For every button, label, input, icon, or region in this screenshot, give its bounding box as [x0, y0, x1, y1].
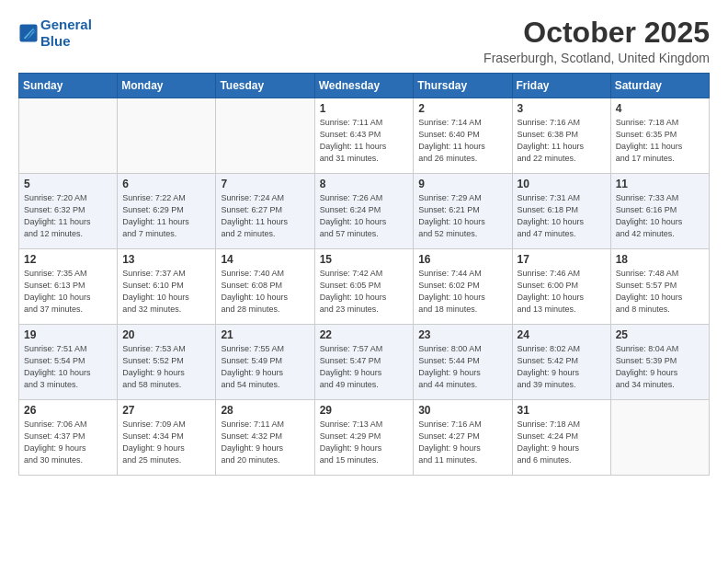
day-number: 10: [518, 178, 606, 190]
logo: General Blue: [18, 17, 92, 50]
day-number: 20: [122, 328, 210, 341]
calendar-cell: 7Sunrise: 7:24 AM Sunset: 6:27 PM Daylig…: [216, 174, 314, 249]
day-info: Sunrise: 7:18 AM Sunset: 4:24 PM Dayligh…: [518, 419, 606, 466]
weekday-header-thursday: Thursday: [414, 74, 512, 98]
location: Fraserburgh, Scotland, United Kingdom: [483, 51, 710, 65]
day-number: 8: [320, 178, 409, 190]
calendar-cell: 5Sunrise: 7:20 AM Sunset: 6:32 PM Daylig…: [19, 174, 118, 249]
day-number: 26: [24, 404, 112, 417]
day-info: Sunrise: 7:46 AM Sunset: 6:00 PM Dayligh…: [518, 268, 606, 316]
calendar-cell: 4Sunrise: 7:18 AM Sunset: 6:35 PM Daylig…: [610, 98, 709, 174]
day-info: Sunrise: 7:06 AM Sunset: 4:37 PM Dayligh…: [24, 419, 112, 466]
day-info: Sunrise: 7:16 AM Sunset: 6:38 PM Dayligh…: [518, 117, 606, 165]
day-info: Sunrise: 7:29 AM Sunset: 6:21 PM Dayligh…: [418, 192, 506, 240]
day-number: 22: [320, 328, 409, 341]
calendar-week-row: 1Sunrise: 7:11 AM Sunset: 6:43 PM Daylig…: [19, 98, 710, 174]
day-number: 18: [616, 253, 704, 266]
day-number: 27: [122, 404, 210, 417]
calendar-cell: 20Sunrise: 7:53 AM Sunset: 5:52 PM Dayli…: [118, 325, 216, 400]
calendar-cell: 13Sunrise: 7:37 AM Sunset: 6:10 PM Dayli…: [118, 249, 216, 325]
day-number: 7: [221, 178, 309, 190]
day-info: Sunrise: 7:57 AM Sunset: 5:47 PM Dayligh…: [320, 343, 409, 391]
weekday-header-friday: Friday: [512, 74, 610, 98]
day-info: Sunrise: 7:22 AM Sunset: 6:29 PM Dayligh…: [122, 192, 210, 240]
day-info: Sunrise: 7:14 AM Sunset: 6:40 PM Dayligh…: [418, 117, 506, 165]
calendar-cell: 28Sunrise: 7:11 AM Sunset: 4:32 PM Dayli…: [216, 400, 314, 476]
day-number: 6: [122, 178, 210, 190]
calendar-cell: 23Sunrise: 8:00 AM Sunset: 5:44 PM Dayli…: [414, 325, 512, 400]
day-info: Sunrise: 8:04 AM Sunset: 5:39 PM Dayligh…: [616, 343, 704, 391]
calendar-cell: 6Sunrise: 7:22 AM Sunset: 6:29 PM Daylig…: [118, 174, 216, 249]
calendar-cell: 15Sunrise: 7:42 AM Sunset: 6:05 PM Dayli…: [314, 249, 414, 325]
day-info: Sunrise: 7:35 AM Sunset: 6:13 PM Dayligh…: [24, 268, 112, 316]
day-number: 21: [221, 328, 309, 341]
day-info: Sunrise: 7:13 AM Sunset: 4:29 PM Dayligh…: [320, 419, 409, 466]
day-info: Sunrise: 7:11 AM Sunset: 4:32 PM Dayligh…: [221, 419, 309, 466]
calendar: SundayMondayTuesdayWednesdayThursdayFrid…: [18, 73, 710, 476]
weekday-header-saturday: Saturday: [610, 74, 709, 98]
day-number: 1: [320, 102, 409, 115]
day-info: Sunrise: 7:11 AM Sunset: 6:43 PM Dayligh…: [320, 117, 409, 165]
day-number: 29: [320, 404, 409, 417]
calendar-cell: 2Sunrise: 7:14 AM Sunset: 6:40 PM Daylig…: [414, 98, 512, 174]
calendar-cell: 19Sunrise: 7:51 AM Sunset: 5:54 PM Dayli…: [19, 325, 118, 400]
day-number: 28: [221, 404, 309, 417]
day-number: 13: [122, 253, 210, 266]
day-number: 5: [24, 178, 112, 190]
calendar-cell: 18Sunrise: 7:48 AM Sunset: 5:57 PM Dayli…: [610, 249, 709, 325]
calendar-cell: 22Sunrise: 7:57 AM Sunset: 5:47 PM Dayli…: [314, 325, 414, 400]
calendar-week-row: 19Sunrise: 7:51 AM Sunset: 5:54 PM Dayli…: [19, 325, 710, 400]
calendar-cell: 30Sunrise: 7:16 AM Sunset: 4:27 PM Dayli…: [414, 400, 512, 476]
day-number: 11: [616, 178, 704, 190]
day-info: Sunrise: 7:48 AM Sunset: 5:57 PM Dayligh…: [616, 268, 704, 316]
calendar-cell: [610, 400, 709, 476]
calendar-cell: 3Sunrise: 7:16 AM Sunset: 6:38 PM Daylig…: [512, 98, 610, 174]
calendar-cell: 26Sunrise: 7:06 AM Sunset: 4:37 PM Dayli…: [19, 400, 118, 476]
weekday-header-monday: Monday: [118, 74, 216, 98]
header: General Blue October 2025 Fraserburgh, S…: [18, 17, 710, 65]
day-number: 25: [616, 328, 704, 341]
day-info: Sunrise: 7:16 AM Sunset: 4:27 PM Dayligh…: [418, 419, 506, 466]
day-number: 19: [24, 328, 112, 341]
day-info: Sunrise: 7:24 AM Sunset: 6:27 PM Dayligh…: [221, 192, 309, 240]
day-info: Sunrise: 7:55 AM Sunset: 5:49 PM Dayligh…: [221, 343, 309, 391]
logo-icon: [18, 23, 39, 43]
calendar-week-row: 5Sunrise: 7:20 AM Sunset: 6:32 PM Daylig…: [19, 174, 710, 249]
day-info: Sunrise: 7:37 AM Sunset: 6:10 PM Dayligh…: [122, 268, 210, 316]
calendar-cell: 16Sunrise: 7:44 AM Sunset: 6:02 PM Dayli…: [414, 249, 512, 325]
day-number: 12: [24, 253, 112, 266]
calendar-cell: 24Sunrise: 8:02 AM Sunset: 5:42 PM Dayli…: [512, 325, 610, 400]
day-number: 4: [616, 102, 704, 115]
calendar-body: 1Sunrise: 7:11 AM Sunset: 6:43 PM Daylig…: [19, 98, 710, 476]
calendar-cell: 14Sunrise: 7:40 AM Sunset: 6:08 PM Dayli…: [216, 249, 314, 325]
calendar-cell: 31Sunrise: 7:18 AM Sunset: 4:24 PM Dayli…: [512, 400, 610, 476]
day-info: Sunrise: 8:02 AM Sunset: 5:42 PM Dayligh…: [518, 343, 606, 391]
calendar-cell: [118, 98, 216, 174]
title-block: October 2025 Fraserburgh, Scotland, Unit…: [483, 17, 710, 65]
calendar-header: SundayMondayTuesdayWednesdayThursdayFrid…: [19, 74, 710, 98]
day-info: Sunrise: 7:53 AM Sunset: 5:52 PM Dayligh…: [122, 343, 210, 391]
day-number: 23: [418, 328, 506, 341]
weekday-header-tuesday: Tuesday: [216, 74, 314, 98]
day-info: Sunrise: 7:44 AM Sunset: 6:02 PM Dayligh…: [418, 268, 506, 316]
day-number: 16: [418, 253, 506, 266]
logo-text: General Blue: [40, 17, 92, 50]
day-number: 2: [418, 102, 506, 115]
day-info: Sunrise: 8:00 AM Sunset: 5:44 PM Dayligh…: [418, 343, 506, 391]
day-info: Sunrise: 7:18 AM Sunset: 6:35 PM Dayligh…: [616, 117, 704, 165]
calendar-cell: 11Sunrise: 7:33 AM Sunset: 6:16 PM Dayli…: [610, 174, 709, 249]
weekday-header-row: SundayMondayTuesdayWednesdayThursdayFrid…: [19, 74, 710, 98]
calendar-cell: [19, 98, 118, 174]
day-info: Sunrise: 7:40 AM Sunset: 6:08 PM Dayligh…: [221, 268, 309, 316]
calendar-cell: 25Sunrise: 8:04 AM Sunset: 5:39 PM Dayli…: [610, 325, 709, 400]
day-info: Sunrise: 7:20 AM Sunset: 6:32 PM Dayligh…: [24, 192, 112, 240]
day-number: 24: [518, 328, 606, 341]
day-number: 3: [518, 102, 606, 115]
calendar-cell: 29Sunrise: 7:13 AM Sunset: 4:29 PM Dayli…: [314, 400, 414, 476]
calendar-week-row: 12Sunrise: 7:35 AM Sunset: 6:13 PM Dayli…: [19, 249, 710, 325]
day-info: Sunrise: 7:42 AM Sunset: 6:05 PM Dayligh…: [320, 268, 409, 316]
day-info: Sunrise: 7:09 AM Sunset: 4:34 PM Dayligh…: [122, 419, 210, 466]
calendar-cell: 27Sunrise: 7:09 AM Sunset: 4:34 PM Dayli…: [118, 400, 216, 476]
day-number: 14: [221, 253, 309, 266]
weekday-header-wednesday: Wednesday: [314, 74, 414, 98]
